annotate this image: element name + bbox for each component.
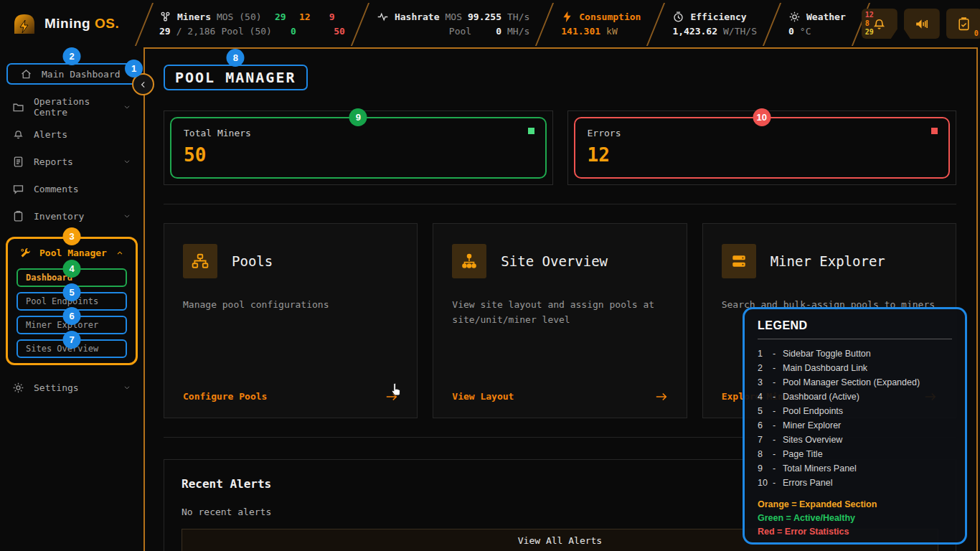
- site-overview-card[interactable]: Site Overview View site layout and assig…: [433, 223, 687, 418]
- stat-weather: Weather 0 °C: [773, 0, 862, 47]
- legend-item: 3-Pool Manager Section (Expanded): [758, 375, 952, 390]
- speaker-icon: [914, 17, 929, 32]
- card-description: Manage pool configurations: [183, 297, 398, 312]
- annotation-badge-1: 1: [125, 60, 143, 77]
- legend-item: 8-Page Title: [758, 447, 952, 461]
- card-description: View site layout and assign pools at sit…: [452, 297, 667, 328]
- legend-color-note-orange: Orange = Expanded Section: [758, 498, 952, 512]
- card-title: Site Overview: [501, 253, 608, 269]
- view-layout-link[interactable]: View Layout: [452, 391, 667, 402]
- notification-badges: 12 8 29: [865, 11, 874, 37]
- chat-icon: [12, 183, 24, 195]
- sidebar-toggle-button[interactable]: 1: [132, 73, 154, 95]
- bell-icon: [872, 17, 887, 32]
- chevron-down-icon: [123, 103, 131, 111]
- card-link-label: Configure Pools: [183, 391, 267, 402]
- annotation-badge-7: 7: [63, 331, 81, 349]
- page-title: POOL MANAGER: [175, 69, 296, 86]
- sound-button[interactable]: [904, 9, 940, 39]
- sidebar: 2 Main Dashboard Operations Centre Alert…: [0, 47, 143, 551]
- status-dot-red: [931, 128, 938, 134]
- stat-miners: Miners MOS (50) 29 12 9 29 / 2,186 Pool …: [143, 0, 361, 47]
- sidebar-item-label: Comments: [34, 184, 79, 194]
- folder-icon: [12, 101, 24, 113]
- sidebar-item-comments[interactable]: Comments: [0, 175, 143, 202]
- subitem-label: Miner Explorer: [26, 320, 98, 330]
- total-miners-label: Total Miners: [184, 128, 533, 138]
- status-dot-green: [528, 128, 534, 134]
- file-text-icon: [12, 156, 24, 168]
- annotation-box-page-title: 8 POOL MANAGER: [164, 65, 308, 90]
- section-divider: [164, 204, 956, 204]
- stat-efficiency: Efficiency 1,423.62 W/TH/S: [656, 0, 773, 47]
- errors-panel: 10 Errors 12: [567, 110, 957, 185]
- legend-divider: [758, 339, 952, 339]
- wrench-icon: [19, 247, 32, 259]
- legend-title: LEGEND: [758, 319, 952, 332]
- annotation-badge-4: 4: [63, 260, 81, 278]
- miners-nodes-icon: [159, 11, 171, 23]
- annotation-box-pool-manager: 3 Pool Manager 4 Dashboard 5 Pool Endpoi…: [6, 237, 138, 365]
- legend-item: 7-Sites Overview: [758, 433, 952, 447]
- notifications-button[interactable]: 12 8 29: [862, 9, 897, 39]
- errors-label: Errors: [588, 128, 937, 138]
- total-miners-value: 50: [184, 144, 533, 166]
- sidebar-item-label: Operations Centre: [34, 96, 113, 118]
- legend-item: 2-Main Dashboard Link: [758, 361, 952, 375]
- brand-name: Mining OS.: [44, 16, 119, 32]
- annotation-badge-2: 2: [63, 47, 81, 65]
- pools-card[interactable]: Pools Manage pool configurations Configu…: [164, 223, 418, 418]
- sidebar-item-operations-centre[interactable]: Operations Centre: [0, 93, 143, 121]
- arrow-right-icon: [655, 392, 668, 402]
- weather-sun-icon: [788, 11, 801, 23]
- server-icon: [722, 244, 756, 278]
- chevron-down-icon: [123, 157, 131, 166]
- clipboard-icon: [12, 210, 24, 222]
- subitem-label: Sites Overview: [26, 344, 98, 354]
- sidebar-subitem-sites-overview[interactable]: 7 Sites Overview: [17, 339, 127, 358]
- stat-hashrate: Hashrate MOS 99.255 TH/s Pool 0 MH/s: [361, 0, 545, 47]
- sidebar-item-label: Reports: [34, 156, 73, 167]
- configure-pools-link[interactable]: Configure Pools: [183, 391, 398, 402]
- gear-icon: [12, 382, 24, 394]
- consumption-bolt-icon: [561, 11, 573, 23]
- legend-item: 4-Dashboard (Active): [758, 390, 952, 404]
- legend-item: 10-Errors Panel: [758, 476, 952, 490]
- annotation-box-main-dashboard: 2 Main Dashboard: [6, 63, 137, 85]
- mouse-hand-cursor: [389, 382, 403, 399]
- app-logo: Mining OS.: [0, 0, 143, 47]
- sidebar-item-label: Inventory: [34, 211, 84, 222]
- sidebar-item-inventory[interactable]: Inventory: [0, 202, 143, 230]
- total-miners-panel: 9 Total Miners 50: [164, 110, 553, 185]
- annotation-badge-3: 3: [63, 227, 81, 245]
- annotation-badge-9: 9: [349, 108, 367, 126]
- hierarchy-icon: [452, 244, 486, 278]
- hashrate-pulse-icon: [377, 11, 389, 23]
- sidebar-item-reports[interactable]: Reports: [0, 148, 143, 175]
- chevron-down-icon: [123, 383, 131, 392]
- errors-value: 12: [588, 144, 937, 166]
- sidebar-item-label: Main Dashboard: [42, 69, 121, 80]
- card-title: Miner Explorer: [771, 253, 885, 269]
- tasks-badge: 0: [974, 29, 979, 37]
- sidebar-item-main-dashboard[interactable]: Main Dashboard: [8, 65, 136, 83]
- legend-item: 5-Pool Endpoints: [758, 404, 952, 418]
- annotation-badge-5: 5: [63, 283, 81, 301]
- tasks-button[interactable]: 0: [946, 9, 980, 39]
- sidebar-item-label: Settings: [34, 382, 79, 393]
- sidebar-item-label: Alerts: [34, 129, 67, 140]
- sidebar-item-settings[interactable]: Settings: [0, 374, 143, 401]
- sidebar-item-alerts[interactable]: Alerts: [0, 121, 143, 148]
- legend-item: 6-Miner Explorer: [758, 418, 952, 433]
- annotation-box-total-miners: 9 Total Miners 50: [170, 117, 547, 179]
- bell-icon: [12, 128, 24, 141]
- home-icon: [20, 68, 32, 80]
- legend-color-note-green: Green = Active/Healthy: [758, 512, 952, 525]
- annotation-badge-10: 10: [753, 108, 771, 126]
- chevron-up-icon: [116, 249, 124, 258]
- stat-consumption: Consumption 141.301 kW: [545, 0, 656, 47]
- legend-item: 9-Total Miners Panel: [758, 461, 952, 476]
- pool-manager-label: Pool Manager: [39, 248, 107, 258]
- clipboard-icon: [956, 17, 971, 32]
- annotation-badge-8: 8: [227, 49, 245, 67]
